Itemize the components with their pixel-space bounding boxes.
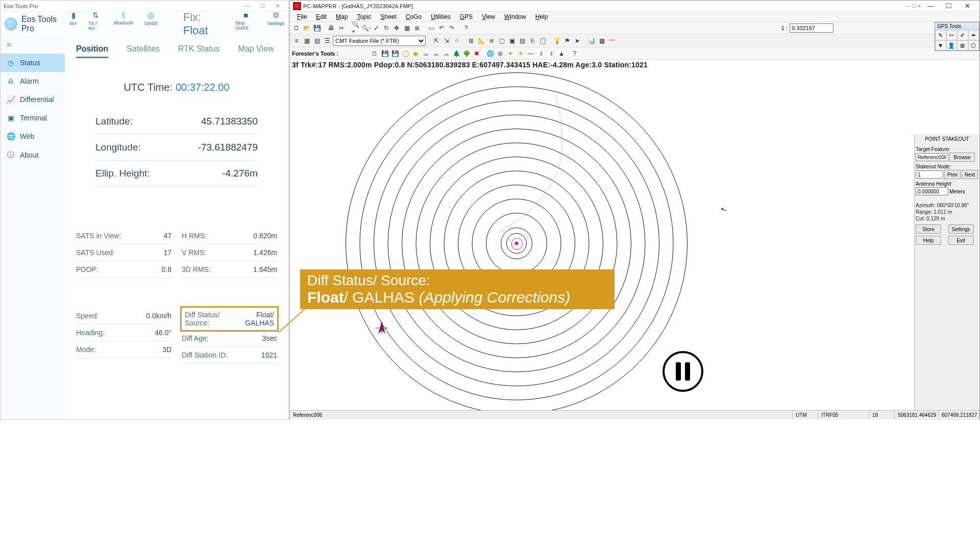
menu-gps[interactable]: GPS xyxy=(456,12,477,21)
f-dash-icon[interactable]: — xyxy=(526,49,535,58)
child-min-icon[interactable]: — ☐ ✕ xyxy=(906,4,921,9)
refresh-icon[interactable]: ↻ xyxy=(382,23,391,33)
f-cloud3-icon[interactable]: ☁ xyxy=(442,49,451,58)
menu-utilities[interactable]: Utilities xyxy=(427,12,455,21)
menu-view[interactable]: View xyxy=(478,12,499,21)
f-up-icon[interactable]: ▲ xyxy=(557,49,566,58)
flag-icon[interactable]: ⚑ xyxy=(562,36,572,45)
f-tree1-icon[interactable]: 🌲 xyxy=(452,49,461,58)
tab-map-view[interactable]: Map View xyxy=(238,41,274,58)
close-icon[interactable]: ✕ xyxy=(270,3,285,9)
sidebar-item-about[interactable]: ⓘAbout xyxy=(1,145,65,165)
sidebar-item-alarm[interactable]: 🕭Alarm xyxy=(1,72,65,90)
menu-window[interactable]: Window xyxy=(500,12,530,21)
nodes-icon[interactable]: ⁘ xyxy=(452,36,461,45)
align-icon[interactable]: ≋ xyxy=(487,36,496,45)
measure-icon[interactable]: 📐 xyxy=(477,36,486,45)
table-icon[interactable]: ▤ xyxy=(312,36,322,45)
menu-topic[interactable]: Topic xyxy=(353,12,375,21)
save-icon[interactable]: 💾 xyxy=(312,23,322,33)
settings-button[interactable]: ⚙Settings xyxy=(267,11,284,37)
antenna-height-input[interactable] xyxy=(916,187,948,195)
gps-tool-7[interactable]: ⊞ xyxy=(957,40,968,51)
redo-icon[interactable]: ↷ xyxy=(447,23,456,33)
scale-input[interactable] xyxy=(790,23,834,33)
pcm-close-icon[interactable]: ✕ xyxy=(958,2,976,10)
chart-icon[interactable]: 📊 xyxy=(587,36,596,45)
paste-icon[interactable]: 📋 xyxy=(538,36,547,45)
f-cloud1-icon[interactable]: ☁ xyxy=(421,49,430,58)
browse-button[interactable]: Browse xyxy=(949,153,975,162)
maximize-icon[interactable]: ☐ xyxy=(255,3,270,9)
prev-button[interactable]: Prev xyxy=(944,170,961,179)
tab-satellites[interactable]: Satellites xyxy=(127,41,160,58)
tab-rtk-status[interactable]: RTK Status xyxy=(178,41,220,58)
f-save2-icon[interactable]: 💾 xyxy=(390,49,400,58)
f-bars-icon[interactable]: ⦀ xyxy=(536,49,546,58)
rect3-icon[interactable]: ▤ xyxy=(518,36,527,45)
sidebar-item-status[interactable]: ◷Status xyxy=(1,54,65,72)
exit-button[interactable]: Exit xyxy=(948,236,974,245)
rect2-icon[interactable]: ▣ xyxy=(507,36,517,45)
zoomfit-icon[interactable]: ⤢ xyxy=(372,23,381,33)
f-globe1-icon[interactable]: 🌐 xyxy=(485,49,495,58)
open-icon[interactable]: 📂 xyxy=(302,23,311,33)
poly-icon[interactable]: 〰 xyxy=(607,36,617,45)
feature-file-select[interactable]: CMT Feature File (*.FTR) xyxy=(333,36,426,46)
sheet-icon[interactable]: ▦ xyxy=(402,23,411,33)
store-button[interactable]: Store xyxy=(916,224,941,234)
copy-icon[interactable]: ⎘ xyxy=(528,36,537,45)
gps-tool-6[interactable]: 👤 xyxy=(946,40,958,51)
stop-gnss-button[interactable]: ■Stop GNSS xyxy=(235,11,256,37)
gps-tool-8[interactable]: ⬡ xyxy=(968,40,979,51)
pcm-minimize-icon[interactable]: — xyxy=(921,2,940,10)
snap-icon[interactable]: ⊞ xyxy=(467,36,476,45)
sheet2-icon[interactable]: ▦ xyxy=(597,36,606,45)
f-bars2-icon[interactable]: ⦀ xyxy=(547,49,556,58)
import-icon[interactable]: ⇲ xyxy=(442,36,451,45)
menu-file[interactable]: File xyxy=(293,12,311,21)
new-icon[interactable]: 🗋 xyxy=(292,23,301,33)
rows-icon[interactable]: ☰ xyxy=(323,36,332,45)
gps-tools-panel[interactable]: GPS Tools ✎ ✏ ✐ ✒ ▼ 👤 ⊞ ⬡ xyxy=(935,22,979,51)
f-stop-icon[interactable]: ✖ xyxy=(472,49,481,58)
grid-icon[interactable]: ▦ xyxy=(302,36,311,45)
menu-help[interactable]: Help xyxy=(531,12,552,21)
f-tree2-icon[interactable]: 🌳 xyxy=(462,49,471,58)
menu-cogo[interactable]: CoGo xyxy=(402,12,426,21)
f-sun-icon[interactable]: ☀ xyxy=(516,49,525,58)
gps-tool-3[interactable]: ✐ xyxy=(957,30,968,40)
gps-tool-2[interactable]: ✏ xyxy=(946,30,958,40)
list-icon[interactable]: ≡ xyxy=(292,36,301,45)
tab-position[interactable]: Position xyxy=(76,41,108,58)
gps-tool-1[interactable]: ✎ xyxy=(935,30,946,40)
f-star-icon[interactable]: ✦ xyxy=(506,49,515,58)
export-icon[interactable]: ⇱ xyxy=(432,36,441,45)
f-help-icon[interactable]: ? xyxy=(570,49,579,58)
zoomout-icon[interactable]: 🔍- xyxy=(361,23,371,33)
map-canvas[interactable] xyxy=(290,70,979,420)
stakeout-node-input[interactable] xyxy=(916,170,943,179)
menu-sheet[interactable]: Sheet xyxy=(376,12,400,21)
cut-icon[interactable]: ✂ xyxy=(337,23,346,33)
sidebar-item-web[interactable]: 🌐Web xyxy=(1,127,65,145)
help-button[interactable]: Help xyxy=(916,236,941,245)
gps-tool-4[interactable]: ✒ xyxy=(968,30,979,40)
hamburger-icon[interactable]: ≡ xyxy=(1,36,65,54)
f-save-icon[interactable]: 💾 xyxy=(380,49,389,58)
f-circ2-icon[interactable]: ◉ xyxy=(411,49,420,58)
undo-icon[interactable]: ↶ xyxy=(437,23,446,33)
help-icon[interactable]: ? xyxy=(461,23,471,33)
f-globe2-icon[interactable]: ⊕ xyxy=(496,49,505,58)
f-circ1-icon[interactable]: ◯ xyxy=(401,49,410,58)
f-new-icon[interactable]: 🗋 xyxy=(370,49,379,58)
pause-button[interactable] xyxy=(663,351,703,392)
select-icon[interactable]: ▭ xyxy=(427,23,436,33)
layers-icon[interactable]: ≣ xyxy=(412,23,422,33)
next-button[interactable]: Next xyxy=(962,170,978,179)
arrow-icon[interactable]: ➤ xyxy=(573,36,582,45)
menu-edit[interactable]: Edit xyxy=(312,12,331,21)
menu-map[interactable]: Map xyxy=(332,12,352,21)
print-icon[interactable]: 🖶 xyxy=(327,23,336,33)
zoomin-icon[interactable]: 🔍+ xyxy=(351,23,360,33)
